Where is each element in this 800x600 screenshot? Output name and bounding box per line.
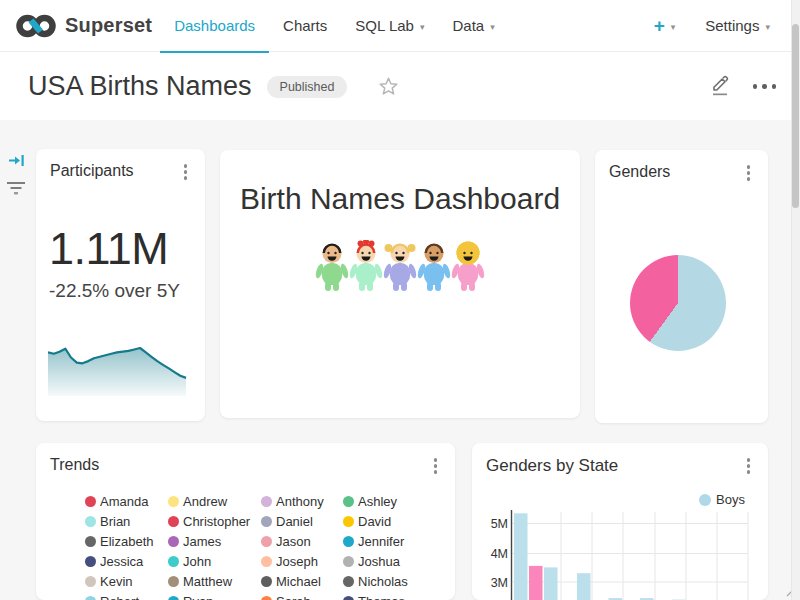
kebab-menu-icon[interactable]: [743, 163, 755, 183]
legend-swatch: [168, 496, 179, 507]
children-emoji-row: [220, 240, 580, 292]
legend-item-elizabeth[interactable]: Elizabeth: [85, 531, 168, 551]
legend-swatch: [261, 536, 272, 547]
legend-swatch: [261, 516, 272, 527]
bar-boys[interactable]: [544, 567, 558, 600]
big-number-subheader: -22.5% over 5Y: [49, 280, 180, 302]
brand-name[interactable]: Superset: [65, 14, 152, 37]
legend-item-joshua[interactable]: Joshua: [343, 551, 408, 571]
card-genders-by-state: Genders by State Boys 5M 4M 3M: [472, 443, 768, 600]
legend-swatch: [168, 536, 179, 547]
legend-item-david[interactable]: David: [343, 511, 408, 531]
legend-label: Michael: [276, 574, 321, 589]
legend-label: Nicholas: [358, 574, 408, 589]
markdown-heading: Birth Names Dashboard: [220, 182, 580, 216]
legend-swatch: [85, 496, 96, 507]
legend-item-anthony[interactable]: Anthony: [261, 491, 343, 511]
new-menu-button[interactable]: + ▾: [654, 16, 676, 35]
published-badge[interactable]: Published: [267, 76, 348, 98]
legend-label: Ryan: [183, 594, 213, 600]
superset-logo-icon[interactable]: [14, 11, 58, 41]
legend-swatch: [85, 596, 96, 600]
nav-item-charts[interactable]: Charts: [269, 0, 341, 52]
expand-filter-bar-icon[interactable]: [8, 153, 25, 172]
legend-item-jason[interactable]: Jason: [261, 531, 343, 551]
legend-label: Sarah: [276, 594, 311, 600]
legend-item-kevin[interactable]: Kevin: [85, 571, 168, 591]
legend-label: Anthony: [276, 494, 324, 509]
legend-swatch: [261, 556, 272, 567]
legend-item-ryan[interactable]: Ryan: [168, 591, 261, 600]
legend-item-jessica[interactable]: Jessica: [85, 551, 168, 571]
bar-boys[interactable]: [577, 573, 591, 600]
legend-item-christopher[interactable]: Christopher: [168, 511, 261, 531]
dashboard-header: USA Births Names Published: [0, 53, 800, 120]
legend-swatch: [168, 556, 179, 567]
chevron-down-icon: ▾: [420, 22, 425, 32]
legend-item-andrew[interactable]: Andrew: [168, 491, 261, 511]
legend-label: Jason: [276, 534, 311, 549]
genders-pie-chart[interactable]: [630, 255, 726, 351]
legend-item-ashley[interactable]: Ashley: [343, 491, 408, 511]
legend-item-michael[interactable]: Michael: [261, 571, 343, 591]
y-tick-label: 4M: [491, 547, 508, 561]
legend-item-robert[interactable]: Robert: [85, 591, 168, 600]
nav-item-data[interactable]: Data ▾: [438, 0, 508, 52]
legend-swatch: [261, 576, 272, 587]
filter-icon[interactable]: [7, 181, 25, 200]
legend-item-brian[interactable]: Brian: [85, 511, 168, 531]
bar-girls[interactable]: [529, 566, 543, 600]
header-actions: [709, 72, 777, 101]
legend-swatch: [85, 556, 96, 567]
legend-item-joseph[interactable]: Joseph: [261, 551, 343, 571]
legend-item-nicholas[interactable]: Nicholas: [343, 571, 408, 591]
more-options-icon[interactable]: [753, 80, 777, 93]
scrollbar-thumb[interactable]: [792, 24, 799, 208]
legend-label: David: [358, 514, 391, 529]
favorite-star-icon[interactable]: [378, 76, 399, 97]
kid-girl-purple: [383, 240, 417, 292]
page-title: USA Births Names: [28, 71, 252, 102]
legend-item-thomas[interactable]: Thomas: [343, 591, 408, 600]
nav-right: + ▾ Settings ▾: [654, 16, 800, 35]
nav-item-dashboards[interactable]: Dashboards: [160, 0, 269, 52]
legend-label: Joseph: [276, 554, 318, 569]
kid-boy-blue: [417, 240, 451, 292]
big-number-value: 1.11M: [49, 223, 168, 275]
card-title: Genders: [609, 163, 670, 181]
legend-label: Thomas: [358, 594, 405, 600]
legend-swatch: [168, 576, 179, 587]
legend-item-james[interactable]: James: [168, 531, 261, 551]
participants-sparkline-chart[interactable]: [48, 342, 190, 400]
kid-girl-pink: [451, 240, 485, 292]
legend-swatch: [343, 536, 354, 547]
settings-menu[interactable]: Settings ▾: [705, 17, 770, 34]
kebab-menu-icon[interactable]: [430, 456, 442, 476]
legend-label: Kevin: [100, 574, 133, 589]
legend-item-john[interactable]: John: [168, 551, 261, 571]
legend-item-daniel[interactable]: Daniel: [261, 511, 343, 531]
legend-label: Jessica: [100, 554, 143, 569]
legend-swatch: [343, 516, 354, 527]
edit-pencil-icon[interactable]: [709, 72, 733, 101]
legend-item-matthew[interactable]: Matthew: [168, 571, 261, 591]
legend-label: James: [183, 534, 221, 549]
legend-label: Joshua: [358, 554, 400, 569]
card-markdown: Birth Names Dashboard: [220, 150, 580, 418]
kebab-menu-icon[interactable]: [180, 162, 192, 182]
navbar: Superset Dashboards Charts SQL Lab ▾ Dat…: [0, 0, 800, 52]
bar-boys[interactable]: [514, 513, 528, 600]
plus-icon: +: [654, 16, 665, 35]
legend-item-amanda[interactable]: Amanda: [85, 491, 168, 511]
legend-swatch: [85, 516, 96, 527]
genders-by-state-bar-chart[interactable]: 5M 4M 3M: [486, 503, 754, 600]
scrollbar-track[interactable]: [791, 0, 800, 600]
nav-item-sql-lab[interactable]: SQL Lab ▾: [341, 0, 438, 52]
card-title: Participants: [50, 162, 134, 180]
legend-item-sarah[interactable]: Sarah: [261, 591, 343, 600]
legend-label: Ashley: [358, 494, 397, 509]
kebab-menu-icon[interactable]: [743, 456, 755, 476]
chevron-down-icon: ▾: [490, 22, 495, 32]
legend-item-jennifer[interactable]: Jennifer: [343, 531, 408, 551]
legend-label: Jennifer: [358, 534, 404, 549]
